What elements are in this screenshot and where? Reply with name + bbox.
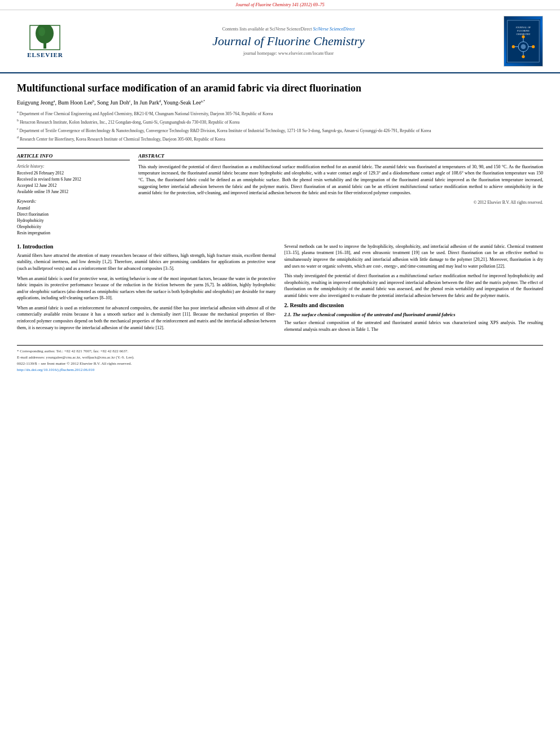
email-note: E-mail addresses: youngalee@cnu.ac.kr, w… (17, 355, 543, 360)
intro-para-1: Aramid fibers have attracted the attenti… (17, 252, 276, 272)
abstract-label: ABSTRACT (138, 153, 543, 160)
journal-header: ELSEVIER Contents lists available at Sci… (0, 10, 560, 73)
article-info-label: ARTICLE INFO (17, 153, 130, 160)
svg-point-2 (38, 27, 45, 36)
keyword-oleophobicity: Oleophobicity (17, 224, 130, 229)
svg-rect-0 (43, 43, 46, 49)
journal-ref-text: Journal of Fluorine Chemistry 141 (2012)… (235, 2, 324, 7)
main-content: Multifunctional surface modification of … (0, 73, 560, 382)
svg-point-10 (521, 44, 526, 49)
revised-date: Received in revised form 6 June 2012 (17, 177, 130, 182)
svg-point-1 (36, 25, 54, 43)
subsection-text: The surface chemical composition of the … (285, 320, 544, 333)
body-left-column: 1. Introduction Aramid fibers have attra… (17, 243, 276, 337)
introduction-title: 1. Introduction (17, 243, 276, 250)
available-date: Available online 19 June 2012 (17, 189, 130, 194)
elsevier-tree-icon (29, 25, 60, 50)
elsevier-logo: ELSEVIER (27, 25, 63, 58)
intro-para-3: When an aramid fabric is used as reinfor… (17, 305, 276, 331)
received-date: Received 26 February 2012 (17, 171, 130, 176)
affiliation-b: b Heracron Research Institute, Kolon Ind… (17, 118, 543, 125)
sciverse-line: Contents lists available at SciVerse Sci… (82, 27, 495, 32)
svg-point-18 (522, 55, 524, 58)
sciverse-link[interactable]: SciVerse ScienceDirect (313, 27, 355, 32)
article-footer: * Corresponding author. Tel.: +82 42 821… (17, 345, 543, 372)
affiliations: a Department of Fine Chemical Engineerin… (17, 110, 543, 142)
results-title: 2. Results and discussion (285, 302, 544, 308)
journal-reference-bar: Journal of Fluorine Chemistry 141 (2012)… (0, 0, 560, 10)
journal-cover-area: JOURNAL OF FLUORINE CHEMISTRY (495, 16, 552, 67)
affiliation-d: d Research Center for Biorefinery, Korea… (17, 135, 543, 142)
keyword-resin-impregnation: Resin impregnation (17, 230, 130, 235)
journal-homepage: journal homepage: www.elsevier.com/locat… (82, 51, 495, 56)
article-history-title: Article history: (17, 164, 130, 169)
doi-note: http://dx.doi.org/10.1016/j.jfluchem.201… (17, 368, 543, 372)
publisher-logo-area: ELSEVIER (8, 25, 82, 58)
cover-svg: JOURNAL OF FLUORINE CHEMISTRY (506, 16, 540, 66)
journal-cover-image: JOURNAL OF FLUORINE CHEMISTRY (504, 16, 543, 67)
svg-text:JOURNAL OF: JOURNAL OF (516, 26, 531, 29)
article-info-abstract-section: ARTICLE INFO Article history: Received 2… (17, 148, 543, 237)
article-info-column: ARTICLE INFO Article history: Received 2… (17, 153, 130, 237)
elsevier-label: ELSEVIER (27, 51, 63, 58)
keyword-hydrophobicity: Hydrophobicity (17, 218, 130, 223)
journal-title: Journal of Fluorine Chemistry (82, 34, 495, 49)
svg-text:FLUORINE: FLUORINE (517, 29, 530, 32)
copyright-line: © 2012 Elsevier B.V. All rights reserved… (138, 200, 543, 205)
subsection-title: 2.1. The surface chemical composition of… (285, 312, 544, 317)
accepted-date: Accepted 12 June 2012 (17, 183, 130, 188)
issn-note: 0022-1139/$ – see front matter © 2012 El… (17, 361, 543, 366)
abstract-text: This study investigated the potential of… (138, 164, 543, 196)
body-right-column: Several methods can be used to improve t… (285, 243, 544, 337)
keywords-title: Keywords: (17, 199, 130, 204)
keyword-direct-fluorination: Direct fluorination (17, 212, 130, 217)
authors-line: Euigyung Jeonga, Bum Hoon Leeb, Song Jun… (17, 99, 543, 106)
article-title: Multifunctional surface modification of … (17, 82, 543, 95)
keyword-aramid: Aramid (17, 206, 130, 211)
body-content: 1. Introduction Aramid fibers have attra… (17, 243, 543, 337)
right-para-1: Several methods can be used to improve t… (285, 243, 544, 269)
journal-title-area: Contents lists available at SciVerse Sci… (82, 27, 495, 56)
corresponding-author-note: * Corresponding author. Tel.: +82 42 821… (17, 349, 543, 353)
keywords-section: Keywords: Aramid Direct fluorination Hyd… (17, 199, 130, 235)
abstract-column: ABSTRACT This study investigated the pot… (138, 153, 543, 237)
intro-para-2: When an aramid fabric is used for protec… (17, 276, 276, 302)
affiliation-c: c Department of Textile Convergence of B… (17, 126, 543, 134)
affiliation-a: a Department of Fine Chemical Engineerin… (17, 110, 543, 117)
right-para-2: This study investigated the potential of… (285, 273, 544, 299)
svg-point-15 (512, 45, 515, 48)
doi-link[interactable]: http://dx.doi.org/10.1016/j.jfluchem.201… (17, 368, 94, 372)
svg-point-16 (532, 45, 535, 48)
svg-point-17 (522, 35, 524, 38)
